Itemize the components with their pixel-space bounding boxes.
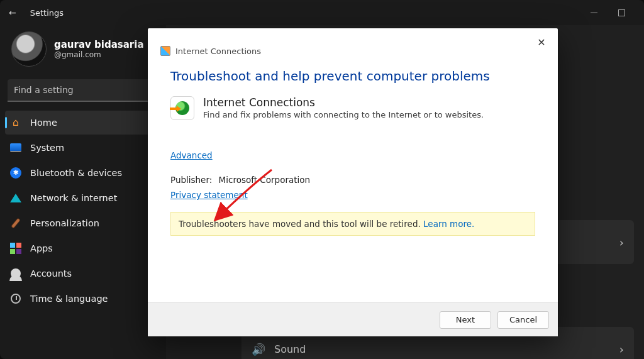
chevron-right-icon: ›: [619, 343, 624, 356]
nav-item-home[interactable]: ⌂ Home: [5, 111, 161, 135]
dialog-heading: Troubleshoot and help prevent computer p…: [170, 69, 535, 84]
publisher-value: Microsoft Corporation: [219, 175, 310, 185]
avatar: [11, 31, 47, 67]
profile-block[interactable]: gaurav bidasaria @gmail.com: [0, 29, 166, 77]
nav-label: System: [30, 143, 64, 153]
titlebar: ← Settings: [0, 0, 644, 25]
cancel-button[interactable]: Cancel: [497, 311, 549, 329]
nav-label: Bluetooth & devices: [30, 168, 122, 178]
clock-icon: [10, 293, 21, 304]
window-minimize-button[interactable]: [580, 3, 608, 22]
dialog-footer: Next Cancel: [148, 302, 558, 336]
learn-more-link[interactable]: Learn more.: [423, 219, 474, 229]
chevron-right-icon: ›: [619, 236, 624, 249]
home-icon: ⌂: [10, 117, 21, 128]
nav-item-bluetooth[interactable]: ✱ Bluetooth & devices: [5, 161, 161, 185]
troubleshooter-dialog: ✕ Internet Connections Troubleshoot and …: [148, 28, 558, 336]
speaker-icon: 🔊: [252, 343, 265, 356]
maximize-icon: [618, 9, 625, 16]
nav-item-time[interactable]: Time & language: [5, 287, 161, 311]
nav-item-personalization[interactable]: Personalization: [5, 211, 161, 235]
back-icon[interactable]: ←: [9, 8, 16, 18]
retirement-notice: Troubleshooters have moved and this tool…: [170, 212, 535, 236]
troubleshooter-item: Internet Connections Find and fix proble…: [170, 96, 535, 120]
profile-email: @gmail.com: [54, 50, 144, 59]
nav-label: Home: [30, 118, 57, 128]
sidebar: gaurav bidasaria @gmail.com Find a setti…: [0, 25, 166, 359]
dialog-breadcrumb: Internet Connections: [148, 28, 558, 56]
troubleshooter-item-title: Internet Connections: [203, 96, 484, 109]
troubleshooter-icon: [160, 46, 170, 56]
nav-label: Accounts: [30, 268, 72, 279]
nav-item-apps[interactable]: Apps: [5, 236, 161, 260]
nav-label: Personalization: [30, 218, 99, 228]
nav-item-system[interactable]: System: [5, 136, 161, 160]
profile-name: gaurav bidasaria: [54, 39, 144, 50]
breadcrumb-text: Internet Connections: [175, 47, 261, 56]
privacy-link[interactable]: Privacy statement: [170, 190, 248, 200]
nav-label: Apps: [30, 243, 53, 253]
publisher-row: Publisher: Microsoft Corporation: [170, 175, 535, 185]
notice-text: Troubleshooters have moved and this tool…: [179, 219, 423, 229]
advanced-link[interactable]: Advanced: [170, 150, 213, 160]
apps-icon: [10, 243, 21, 254]
search-placeholder: Find a setting: [14, 85, 74, 95]
next-button[interactable]: Next: [440, 311, 491, 329]
minimize-icon: [591, 13, 597, 13]
nav-item-accounts[interactable]: Accounts: [5, 262, 161, 285]
close-icon: ✕: [537, 36, 545, 48]
nav-label: Time & language: [30, 294, 108, 304]
accounts-icon: [10, 268, 21, 279]
system-icon: [10, 142, 21, 153]
row-label: Sound: [274, 343, 306, 355]
window-title: Settings: [30, 8, 64, 18]
dialog-close-button[interactable]: ✕: [531, 33, 552, 51]
nav-list: ⌂ Home System ✱ Bluetooth & devices Netw…: [0, 111, 166, 311]
brush-icon: [10, 218, 21, 229]
wifi-icon: [10, 192, 21, 204]
nav-item-network[interactable]: Network & internet: [5, 186, 161, 210]
window-maximize-button[interactable]: [608, 3, 635, 22]
internet-connections-icon: [170, 96, 194, 120]
bluetooth-icon: ✱: [10, 167, 21, 179]
publisher-label: Publisher:: [170, 175, 212, 185]
search-input[interactable]: Find a setting: [8, 79, 158, 102]
nav-label: Network & internet: [30, 193, 117, 203]
troubleshooter-item-desc: Find and fix problems with connecting to…: [203, 110, 484, 119]
